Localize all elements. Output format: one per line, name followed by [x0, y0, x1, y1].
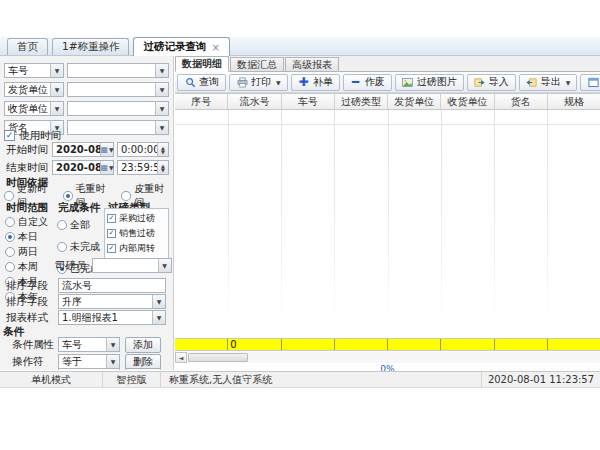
chevron-down-icon[interactable]: ▼: [152, 311, 165, 324]
import-icon: [474, 76, 486, 88]
sort-field-label: 排序字段: [6, 279, 58, 293]
statusbar: 单机模式 智控版 称重系统,无人值守系统 2020-08-01 11:23:57: [0, 371, 600, 388]
weigher-row: 司磅员 ▼: [0, 258, 174, 273]
sort-order-row: 排序字段 升序 ▼: [0, 294, 174, 309]
chevron-down-icon[interactable]: ▼: [155, 102, 168, 115]
checkbox-purchase-weigh[interactable]: ✓采购过磅: [107, 212, 166, 225]
field-select-receiver[interactable]: 收货单位 ▼: [4, 101, 64, 116]
radio-two-days[interactable]: 两日: [5, 245, 48, 259]
checkbox-internal-transfer[interactable]: ✓内部周转: [107, 242, 166, 255]
calendar-icon[interactable]: ▦▼: [100, 161, 113, 174]
chevron-down-icon[interactable]: ▼: [50, 83, 63, 96]
chevron-down-icon[interactable]: ▼: [50, 102, 63, 115]
chevron-down-icon[interactable]: ▼: [155, 64, 168, 77]
end-date-picker[interactable]: 2020-08-01 ▦▼: [52, 160, 114, 175]
spinner-arrows-icon[interactable]: ▲▼: [157, 143, 168, 156]
end-time-spinner[interactable]: 23:59:59 ▲▼: [117, 160, 169, 175]
column-header-spec[interactable]: 规格: [548, 94, 600, 109]
scrollbar-thumb[interactable]: [188, 353, 248, 362]
horizontal-scrollbar[interactable]: ◄: [175, 352, 600, 363]
close-icon[interactable]: ×: [211, 42, 219, 53]
chevron-down-icon[interactable]: ▼: [152, 295, 165, 308]
tab-data-summary[interactable]: 数据汇总: [230, 57, 284, 71]
data-tabbar: 数据明细 数据汇总 高级报表: [175, 56, 600, 72]
summary-cell: [548, 339, 600, 350]
condition-attr-row: 条件属性 车号 ▼ 添加: [0, 337, 174, 352]
print-button[interactable]: 打印 ▼: [229, 74, 288, 91]
chevron-down-icon[interactable]: ▼: [106, 338, 119, 351]
chevron-down-icon[interactable]: ▼: [106, 355, 119, 368]
radio-unfinished[interactable]: 未完成: [57, 240, 100, 254]
condition-op-row: 操作符 等于 ▼ 删除: [0, 354, 174, 369]
column-header-weigh-type[interactable]: 过磅类型: [335, 94, 388, 109]
summary-cell: [335, 339, 388, 350]
field-select-shipper[interactable]: 发货单位 ▼: [4, 82, 64, 97]
spinner-arrows-icon[interactable]: ▲▼: [157, 161, 168, 174]
tab-data-detail[interactable]: 数据明细: [175, 56, 229, 72]
tab-home[interactable]: 首页: [7, 38, 48, 55]
end-time-row: 结束时间 2020-08-01 ▦▼ 23:59:59 ▲▼: [0, 160, 174, 175]
tab-scale1-operation[interactable]: 1#称重操作: [52, 38, 129, 55]
query-button[interactable]: 查询: [177, 74, 226, 91]
filter-value-shipper[interactable]: ▼: [67, 82, 169, 97]
filter-panel: 车号 ▼ ▼ 发货单位 ▼ ▼ 收货: [0, 56, 174, 370]
chevron-down-icon[interactable]: ▼: [276, 79, 281, 86]
minus-icon: ━: [350, 76, 362, 88]
add-condition-button[interactable]: 添加: [125, 337, 161, 353]
sort-field-row: 排序字段 流水号: [0, 278, 174, 293]
document-tabbar: 首页 1#称重操作 过磅记录查询 ×: [0, 37, 600, 56]
filter-row-receiver: 收货单位 ▼ ▼: [0, 101, 174, 116]
chevron-down-icon[interactable]: ▼: [566, 79, 571, 86]
chevron-down-icon[interactable]: ▼: [155, 83, 168, 96]
status-system-name: 称重系统,无人值守系统: [161, 372, 482, 387]
column-header-receiver[interactable]: 收货单位: [441, 94, 494, 109]
calendar-icon[interactable]: ▦▼: [100, 143, 113, 156]
radio-all[interactable]: 全部: [57, 218, 100, 232]
column-header-goods[interactable]: 货名: [495, 94, 548, 109]
sort-order-select[interactable]: 升序 ▼: [58, 294, 166, 309]
condition-extra-button[interactable]: [125, 368, 161, 371]
filter-value-receiver[interactable]: ▼: [67, 101, 169, 116]
column-header-seq[interactable]: 序号: [175, 94, 228, 109]
void-ticket-button[interactable]: ━ 作废: [343, 74, 392, 91]
start-date-picker[interactable]: 2020-08-01 ▦▼: [52, 142, 114, 157]
checkbox-sales-weigh[interactable]: ✓销售过磅: [107, 227, 166, 240]
data-panel: 数据明细 数据汇总 高级报表 查询: [175, 56, 600, 370]
sort-field-input[interactable]: 流水号: [58, 278, 166, 293]
column-header-vehicle-no[interactable]: 车号: [282, 94, 335, 109]
weigher-select[interactable]: ▼: [92, 258, 172, 273]
condition-attr-select[interactable]: 车号 ▼: [58, 337, 120, 352]
column-header-serial-no[interactable]: 流水号: [228, 94, 281, 109]
condition-value-label: 值: [20, 369, 58, 371]
summary-cell: [441, 339, 494, 350]
plus-icon: ✚: [298, 76, 310, 88]
weigh-photo-button[interactable]: 过磅图片: [395, 74, 464, 91]
filter-row-shipper: 发货单位 ▼ ▼: [0, 82, 174, 97]
import-button[interactable]: 导入: [467, 74, 516, 91]
grid-column-line: [441, 110, 442, 338]
start-time-spinner[interactable]: 0:00:00 ▲▼: [117, 142, 169, 157]
radio-today[interactable]: 本日: [5, 230, 48, 244]
tab-scale1-label: 1#称重操作: [62, 40, 119, 54]
filter-row-vehicle: 车号 ▼ ▼: [0, 63, 174, 78]
grid-column-line: [281, 110, 282, 338]
export-button[interactable]: 导出 ▼: [519, 74, 578, 91]
tab-weigh-record-query[interactable]: 过磅记录查询 ×: [133, 37, 229, 56]
condition-value-input[interactable]: [58, 368, 120, 370]
radio-custom[interactable]: 自定义: [5, 215, 48, 229]
chevron-down-icon[interactable]: ▼: [158, 259, 171, 272]
use-time-checkbox[interactable]: ✓: [4, 130, 15, 141]
report-style-select[interactable]: 1.明细报表1 ▼: [58, 310, 166, 325]
scroll-left-arrow-icon[interactable]: ◄: [175, 352, 187, 363]
field-select-vehicle[interactable]: 车号 ▼: [4, 63, 64, 78]
supplement-ticket-button[interactable]: ✚ 补单: [291, 74, 340, 91]
filter-value-vehicle[interactable]: ▼: [67, 63, 169, 78]
tab-advanced-report[interactable]: 高级报表: [285, 57, 339, 71]
grid-column-line: [334, 110, 335, 338]
condition-op-select[interactable]: 等于 ▼: [58, 354, 120, 369]
chevron-down-icon[interactable]: ▼: [50, 64, 63, 77]
time-range-title: 时间范围: [6, 201, 48, 215]
column-header-shipper[interactable]: 发货单位: [388, 94, 441, 109]
summary-cell-count: 0: [228, 339, 281, 350]
settings-button[interactable]: 设置: [580, 74, 600, 91]
